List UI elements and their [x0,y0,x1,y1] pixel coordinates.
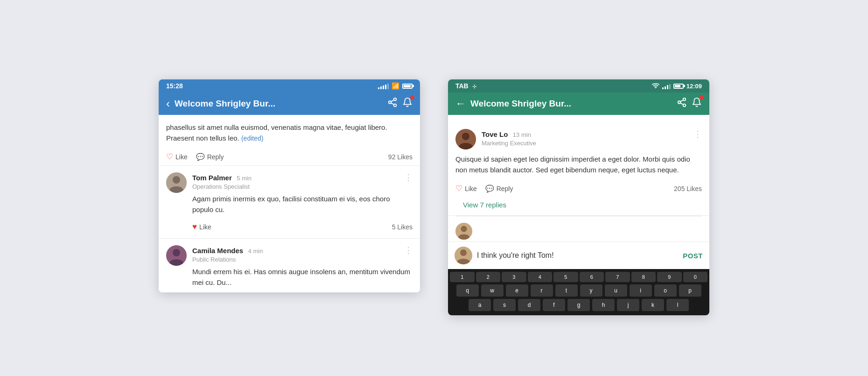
svg-line-14 [680,100,683,102]
more-options-tove[interactable]: ⋮ [692,129,702,139]
key-l[interactable]: l [666,299,689,311]
key-w[interactable]: w [481,284,504,297]
key-d[interactable]: d [518,299,540,311]
battery-icon-2 [673,84,684,89]
content-2: Tove Lo 13 min ⋮ Marketing Executive Qui… [448,115,709,315]
comment-role-camila: Public Relations [192,256,413,263]
key-f[interactable]: f [543,299,565,311]
heart-outline-icon-1: ♡ [166,152,173,162]
like-button-1[interactable]: ♡ Like [166,152,188,162]
comment-name-camila: Camila Mendes [192,247,243,255]
key-9[interactable]: 9 [657,272,682,282]
key-t[interactable]: t [555,284,578,297]
tove-name: Tove Lo [482,130,508,138]
key-p[interactable]: p [679,284,701,297]
heart-icon-tom: ♥ [192,222,197,232]
comment-actions-tom: ♥ Like 5 Likes [192,220,413,238]
tove-post-actions: ♡ Like 💬 Reply 205 Likes [455,180,702,197]
comment-content-camila: Camila Mendes 4 min ⋮ Public Relations M… [192,245,413,292]
wifi-icon-2 [652,83,659,90]
app-title-2: Welcome Shrigley Bur... [470,99,672,109]
keyboard[interactable]: 1 2 3 4 5 6 7 8 9 0 q w e r t y [448,269,709,315]
key-y[interactable]: y [580,284,602,297]
key-h[interactable]: h [592,299,615,311]
comment-icon-tove: 💬 [485,184,494,193]
comment-time-tom: 5 min [237,175,252,182]
svg-point-18 [461,226,467,232]
key-7[interactable]: 7 [605,272,630,282]
key-2[interactable]: 2 [476,272,501,282]
svg-line-3 [391,103,394,105]
key-e[interactable]: e [506,284,528,297]
tove-header-content: Tove Lo 13 min ⋮ Marketing Executive [482,129,702,149]
partial-next-comment [448,216,709,241]
back-button-1[interactable]: ‹ [166,97,170,110]
phone-1: 15:28 📶 ‹ Welcome Shrigley Bur... [159,79,420,292]
avatar-camila [166,245,187,266]
comment-content-tom: Tom Palmer 5 min ⋮ Operations Specialist… [192,172,413,238]
share-button-1[interactable] [387,97,398,110]
view-replies-btn[interactable]: View 7 replies [455,197,702,215]
app-title-1: Welcome Shrigley Bur... [175,99,383,109]
back-button-2[interactable]: ← [455,98,466,110]
comment-camila: Camila Mendes 4 min ⋮ Public Relations M… [159,238,420,292]
svg-point-20 [460,249,467,256]
post-button[interactable]: POST [683,252,703,260]
likes-count-tove: 205 Likes [674,185,702,192]
tove-time: 13 min [513,131,531,138]
notification-button-2[interactable] [692,97,702,110]
key-8[interactable]: 8 [631,272,656,282]
heart-outline-icon-tove: ♡ [455,184,462,193]
notification-badge-2 [700,95,704,99]
signal-icon-2 [662,83,671,89]
more-options-tom[interactable]: ⋮ [402,172,413,183]
comment-header-tom: Tom Palmer 5 min ⋮ [192,172,413,183]
key-k[interactable]: k [642,299,664,311]
top-post-1: phasellus sit amet nulla euismod, venena… [159,115,420,166]
post-actions-1: ♡ Like 💬 Reply 92 Likes [166,148,413,165]
key-i[interactable]: i [630,284,652,297]
key-q[interactable]: q [456,284,479,297]
battery-icon-1 [402,84,413,89]
key-4[interactable]: 4 [528,272,553,282]
key-s[interactable]: s [493,299,516,311]
key-a[interactable]: a [469,299,491,311]
content-1: phasellus sit amet nulla euismod, venena… [159,115,420,292]
key-1[interactable]: 1 [450,272,475,282]
key-5[interactable]: 5 [553,272,578,282]
tove-role: Marketing Executive [482,140,702,147]
comment-icon-1: 💬 [196,153,205,161]
comment-header-camila: Camila Mendes 4 min ⋮ [192,245,413,255]
status-bar-1: 15:28 📶 [159,79,420,92]
reply-button-1[interactable]: 💬 Reply [196,153,224,161]
tove-comment-header: Tove Lo 13 min ⋮ Marketing Executive [455,122,702,149]
like-btn-tom[interactable]: ♥ Like [192,222,211,232]
tab-label-2: TAB ⊹ [455,82,476,90]
key-g[interactable]: g [567,299,590,311]
app-bar-2: ← Welcome Shrigley Bur... [448,92,709,115]
svg-line-4 [391,100,394,102]
key-j[interactable]: j [617,299,639,311]
key-0[interactable]: 0 [683,272,708,282]
key-o[interactable]: o [654,284,677,297]
post-text-1: phasellus sit amet nulla euismod, venena… [166,122,413,148]
comment-input[interactable]: I think you're right Tom! [477,251,678,260]
tove-comment-header-row: Tove Lo 13 min ⋮ [482,129,702,139]
time-1: 15:28 [166,82,183,90]
like-btn-tove[interactable]: ♡ Like [455,184,477,193]
svg-point-8 [173,249,180,256]
svg-point-6 [173,176,180,184]
reply-btn-tove[interactable]: 💬 Reply [485,184,513,193]
key-3[interactable]: 3 [502,272,526,282]
more-options-camila[interactable]: ⋮ [402,245,413,255]
key-r[interactable]: r [531,284,553,297]
share-button-2[interactable] [677,97,687,110]
key-u[interactable]: u [605,284,627,297]
status-bar-2: TAB ⊹ [448,79,709,92]
notification-button-1[interactable] [402,97,413,110]
time-2: 12:09 [686,83,702,90]
svg-point-16 [462,133,469,140]
key-6[interactable]: 6 [580,272,604,282]
avatar-tom [166,172,187,193]
status-icons-2: 12:09 [652,83,702,90]
